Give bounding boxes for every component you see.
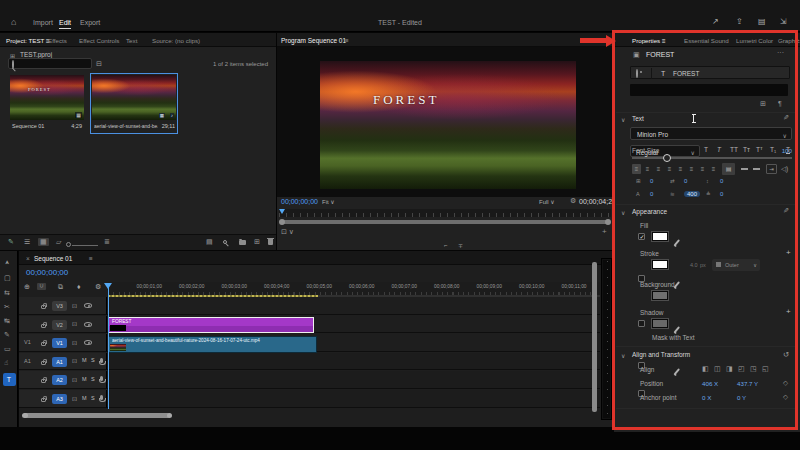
track-target-v2[interactable]: V2 (52, 320, 67, 330)
mute-button[interactable]: M (82, 357, 87, 363)
track-target-a2[interactable]: A2 (52, 375, 67, 385)
appearance-section-title[interactable]: Appearance (632, 208, 667, 215)
freeform-view-icon[interactable]: ▱ (56, 238, 61, 246)
program-current-timecode[interactable]: 00;00;00;00 (281, 198, 318, 205)
auto-leading-field[interactable]: 400 (684, 191, 700, 197)
anchor-x-value[interactable]: 0 X (702, 394, 711, 401)
properties-tab-lumetri-color[interactable]: Lumetri Color (736, 37, 773, 44)
text-align-button-0[interactable]: ≡ (632, 164, 641, 174)
project-tab-text[interactable]: Text (126, 37, 137, 44)
superscript-button[interactable]: Tᵀ (756, 146, 763, 153)
sync-lock-icon[interactable]: ⊡ (72, 357, 77, 364)
add-marker-icon[interactable]: ♦ (77, 283, 81, 290)
clear-icon[interactable] (268, 239, 273, 245)
rectangle-tool[interactable]: ▭ (4, 345, 11, 353)
text-section-title[interactable]: Text (632, 115, 644, 122)
subscript-button[interactable]: T₁ (770, 146, 776, 153)
align-object-button-0[interactable]: ◧ (702, 365, 709, 373)
track-output-eye-icon[interactable] (84, 322, 92, 327)
nest-icon[interactable]: ⊕ (24, 283, 30, 291)
appearance-stylus-icon[interactable]: ✎ (783, 207, 789, 215)
project-item-sequence[interactable]: FOREST ▦ Sequence 01 4;29 (10, 75, 84, 133)
timeline-h-scrollbar[interactable] (24, 413, 170, 418)
project-item-clip[interactable]: ▦ ♪ aerial-view-of-sunset-and-be... 29;1… (90, 73, 178, 134)
stroke-color-swatch[interactable] (652, 260, 668, 269)
voiceover-mic-icon[interactable] (100, 358, 103, 363)
scrollbar-left-handle[interactable] (22, 413, 28, 419)
program-time-ruler[interactable] (279, 209, 611, 217)
track-lock-icon[interactable] (41, 324, 46, 328)
slip-tool[interactable]: ↹ (4, 317, 10, 325)
position-y-value[interactable]: 437.7 Y (737, 380, 758, 387)
video-clip-aerial[interactable]: aerial-view-of-sunset-and-beautiful-natu… (108, 336, 317, 353)
anchor-picker-icon[interactable]: ◇ (783, 393, 788, 401)
track-lane-a3[interactable] (106, 390, 600, 408)
type-tool[interactable]: T (3, 373, 16, 386)
scrollbar-right-handle[interactable] (167, 413, 173, 419)
add-stroke-button[interactable]: + (786, 248, 791, 257)
ripple-edit-tool[interactable]: ⇆ (4, 289, 10, 297)
align-transform-title[interactable]: Align and Transform (632, 351, 690, 358)
track-lane-v3[interactable] (106, 297, 600, 315)
program-frame[interactable]: FOREST (320, 61, 576, 189)
layer-visibility-eye-icon[interactable] (636, 69, 638, 78)
home-icon[interactable]: ⌂ (11, 17, 16, 27)
font-family-dropdown[interactable]: Minion Pro ∨ (630, 127, 792, 140)
project-file-name[interactable]: TEST.pproj (20, 51, 52, 58)
anchor-y-value[interactable]: 0 Y (737, 394, 746, 401)
text-style-icon[interactable]: ¶ (778, 100, 782, 107)
background-color-swatch[interactable] (652, 291, 668, 300)
pen-tool[interactable]: ✎ (4, 331, 10, 339)
list-view-icon[interactable]: ☰ (24, 238, 30, 246)
timeline-timecode[interactable]: 00;00;00;00 (26, 268, 68, 277)
track-select-tool[interactable]: ▢ (4, 274, 11, 282)
source-patch-v1[interactable]: V1 (24, 339, 31, 345)
collapse-text-icon[interactable]: ∨ (621, 116, 625, 123)
search-input[interactable] (8, 58, 92, 69)
text-align-button-6[interactable]: ≡ (698, 164, 707, 174)
filter-icon[interactable]: ⊟ (96, 60, 102, 68)
close-sequence-icon[interactable]: × (26, 255, 30, 262)
program-display-settings[interactable]: ⊡ ∨ (281, 228, 294, 236)
background-checkbox[interactable] (638, 320, 645, 327)
kerning-field[interactable]: 0 (684, 178, 687, 184)
audio-meters[interactable] (601, 258, 612, 420)
small-caps-button[interactable]: Tт (743, 146, 750, 153)
shadow-color-swatch[interactable] (652, 319, 668, 328)
text-box-button[interactable]: ⇥ (766, 164, 777, 174)
panel-menu-icon[interactable]: ≡ (89, 255, 93, 262)
sync-lock-icon[interactable]: ⊡ (72, 376, 77, 383)
writable-pencil-icon[interactable]: ✎ (8, 238, 14, 246)
playback-resolution-dropdown[interactable]: Full ∨ (539, 198, 555, 205)
sync-lock-icon[interactable]: ⊡ (72, 395, 77, 402)
item-name[interactable]: aerial-view-of-sunset-and-be... (94, 123, 158, 129)
layer-name[interactable]: FOREST (673, 70, 699, 77)
stroke-style-dropdown[interactable]: Outer ∨ (712, 259, 760, 271)
voiceover-mic-icon[interactable] (100, 376, 103, 381)
align-object-button-2[interactable]: ◨ (726, 365, 733, 373)
align-object-button-1[interactable]: ◫ (714, 365, 721, 373)
new-layer-icon[interactable]: ⊞ (760, 100, 766, 108)
linked-selection-icon[interactable]: ⧉ (58, 283, 63, 291)
hand-tool[interactable]: ☝ (4, 359, 8, 367)
paragraph-style-button[interactable]: ▤ (722, 163, 735, 175)
solo-button[interactable]: S (91, 395, 95, 401)
track-lock-icon[interactable] (41, 398, 46, 402)
space-after-field[interactable]: 0 (720, 191, 723, 197)
track-lane-a2[interactable] (106, 371, 600, 389)
title-graphic-text[interactable]: FOREST (373, 92, 439, 108)
share-icon[interactable]: ⇪ (736, 17, 743, 26)
project-tab-effects[interactable]: Effects (48, 37, 67, 44)
quick-export-icon[interactable]: ↗ (712, 17, 719, 26)
fullscreen-icon[interactable]: ⇲ (780, 17, 787, 26)
proxy-toggle-icon[interactable]: ∓ (458, 242, 463, 249)
panel-menu-icon[interactable]: ≡ (345, 37, 349, 44)
baseline-shift-field[interactable]: 0 (650, 191, 653, 197)
text-align-button-3[interactable]: ≡ (665, 164, 674, 174)
track-output-eye-icon[interactable] (84, 303, 92, 308)
graphic-clip-forest[interactable]: FOREST (108, 317, 314, 333)
collapse-appearance-icon[interactable]: ∨ (621, 209, 625, 216)
track-target-v3[interactable]: V3 (52, 301, 67, 311)
properties-tab-essential-sound[interactable]: Essential Sound (684, 37, 729, 44)
fill-checkbox[interactable] (638, 233, 645, 240)
